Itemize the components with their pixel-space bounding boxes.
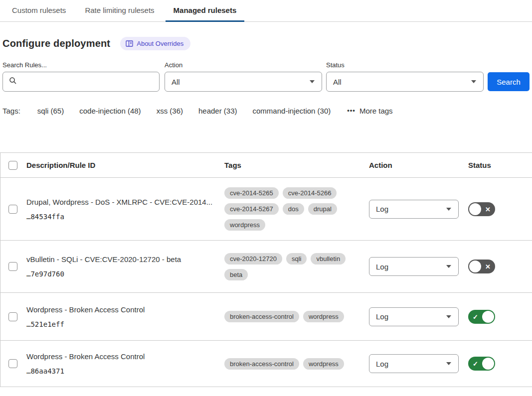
tag-link-xss[interactable]: xss (36) [157,107,183,115]
rule-action-select[interactable]: Log [369,200,459,219]
tab-custom-rulesets[interactable]: Custom rulesets [4,0,74,22]
status-filter-select[interactable]: All [326,72,484,92]
row-checkbox[interactable] [8,262,17,271]
rule-action-value: Log [376,263,388,271]
ellipsis-icon: ••• [347,107,355,114]
tag-pill: dos [283,203,304,215]
search-label: Search Rules... [2,61,165,69]
col-action: Action [369,161,468,169]
rule-action-select[interactable]: Log [369,307,459,326]
tag-pill: cve-2014-5267 [224,203,279,215]
status-toggle[interactable]: ✓ ✕ [468,310,495,324]
chevron-down-icon [446,265,451,268]
search-box [2,72,160,92]
search-icon [9,77,17,87]
action-filter-value: All [172,78,180,86]
action-filter-group: Action All [165,61,326,92]
chevron-down-icon [446,208,451,211]
tag-link-sqli[interactable]: sqli (65) [37,107,64,115]
cross-icon: ✕ [485,264,491,270]
toggle-knob [469,261,481,272]
col-description: Description/Rule ID [26,161,224,169]
rule-action-value: Log [376,312,388,321]
rule-action-select[interactable]: Log [369,257,459,276]
chevron-down-icon [471,80,476,83]
rule-action-value: Log [376,205,388,213]
table-header-row: Description/Rule ID Tags Action Status [0,152,532,177]
action-filter-select[interactable]: All [165,72,322,92]
tag-pill: broken-access-control [224,311,299,322]
tag-pill: wordpress [303,311,344,322]
tag-link-header[interactable]: header (33) [198,107,237,115]
status-toggle[interactable]: ✓ ✕ [468,357,495,371]
tag-pill: cve-2014-5266 [283,187,337,199]
tag-pill: wordpress [303,358,344,370]
tag-pill: broken-access-control [224,358,299,370]
table-row: Drupal, Wordpress - DoS - XMLRPC - CVE:C… [0,177,532,240]
select-all-checkbox[interactable] [8,161,17,170]
about-overrides-badge[interactable]: About Overrides [120,37,190,50]
tags-bar-label: Tags: [2,107,20,115]
rule-id: …7e97d760 [26,270,224,278]
rule-description: Wordpress - Broken Access Control [26,305,224,314]
chevron-down-icon [446,362,451,365]
col-tags: Tags [224,161,369,169]
row-checkbox[interactable] [8,312,17,321]
tag-pill: cve-2020-12720 [224,253,282,264]
rule-id: …521e1eff [26,320,224,328]
toggle-knob [482,358,494,370]
search-button[interactable]: Search [488,72,530,91]
rule-action-select[interactable]: Log [369,354,459,373]
tags-bar: Tags: sqli (65) code-injection (48) xss … [2,107,532,115]
row-checkbox[interactable] [8,359,17,368]
book-icon [126,40,133,47]
action-filter-label: Action [165,61,326,69]
tag-pill: cve-2014-5265 [224,187,279,199]
more-tags-button[interactable]: ••• More tags [347,107,392,115]
filter-row: Search Rules... Action All Status All Se… [2,61,532,92]
tag-pill: vbulletin [311,253,346,264]
rule-description: Drupal, Wordpress - DoS - XMLRPC - CVE:C… [26,198,224,206]
toggle-knob [482,311,494,323]
chevron-down-icon [446,315,451,318]
page-header: Configure deployment About Overrides [2,37,532,50]
status-filter-value: All [333,78,342,86]
tag-link-command-injection[interactable]: command-injection (30) [253,107,331,115]
row-checkbox[interactable] [8,205,17,214]
rules-table: Description/Rule ID Tags Action Status D… [0,152,532,387]
status-filter-group: Status All [326,61,488,92]
more-tags-label: More tags [359,107,393,115]
table-row: Wordpress - Broken Access Control …521e1… [0,292,532,340]
rule-tags: broken-access-control wordpress [224,358,369,370]
check-icon: ✓ [473,313,478,320]
tag-pill: beta [224,269,248,280]
rule-description: Wordpress - Broken Access Control [26,352,224,361]
status-filter-label: Status [326,61,488,69]
rule-description: vBulletin - SQLi - CVE:CVE-2020-12720 - … [26,255,224,264]
about-overrides-label: About Overrides [137,40,183,47]
tag-pill: wordpress [224,219,265,231]
search-input[interactable] [21,72,159,91]
table-row: vBulletin - SQLi - CVE:CVE-2020-12720 - … [0,240,532,292]
tag-pill: drupal [308,203,337,215]
search-group: Search Rules... [2,61,165,92]
tag-pill: sqli [286,253,307,264]
tab-rate-limiting-rulesets[interactable]: Rate limiting rulesets [77,0,162,22]
check-icon: ✓ [473,361,478,367]
cross-icon: ✕ [485,206,491,212]
table-row: Wordpress - Broken Access Control …86aa4… [0,340,532,387]
tag-link-code-injection[interactable]: code-injection (48) [79,107,141,115]
col-status: Status [468,161,532,169]
status-toggle[interactable]: ✓ ✕ [468,202,495,216]
chevron-down-icon [310,80,315,83]
page-title: Configure deployment [2,38,110,49]
rule-tags: cve-2014-5265 cve-2014-5266 cve-2014-526… [224,187,369,231]
toggle-knob [469,203,481,215]
rule-action-value: Log [376,360,388,368]
tab-managed-rulesets[interactable]: Managed rulesets [166,0,245,22]
status-toggle[interactable]: ✓ ✕ [468,260,495,273]
rule-id: …86aa4371 [26,367,224,375]
rule-tags: cve-2020-12720 sqli vbulletin beta [224,253,369,280]
rule-tags: broken-access-control wordpress [224,311,369,322]
rule-id: …84534ffa [26,213,224,221]
